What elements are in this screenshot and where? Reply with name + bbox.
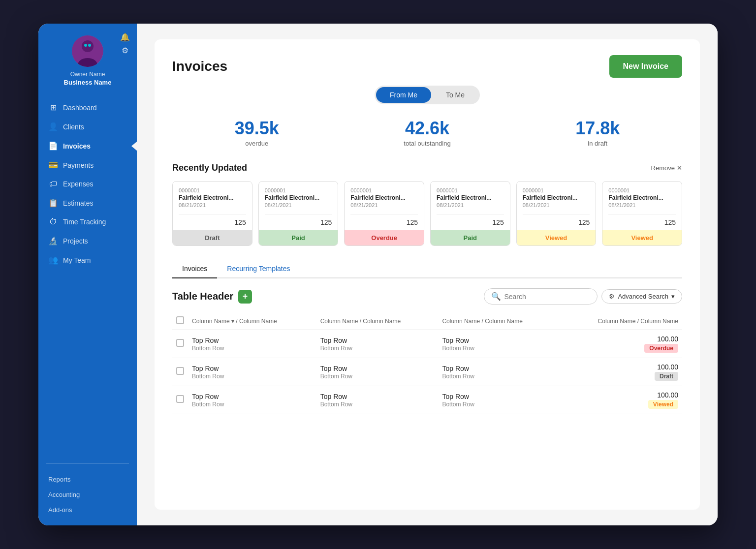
- amount-value: 100.00: [564, 335, 678, 343]
- card-client: Fairfield Electroni...: [608, 194, 676, 201]
- card-client: Fairfield Electroni...: [350, 194, 418, 201]
- invoice-card[interactable]: 0000001 Fairfield Electroni... 08/21/202…: [344, 181, 424, 246]
- expenses-icon: 🏷: [48, 180, 58, 188]
- row-top: Top Row: [442, 365, 556, 372]
- tab-recurring[interactable]: Recurring Templates: [217, 260, 300, 278]
- card-date: 08/21/2021: [608, 202, 676, 208]
- row-top: Top Row: [442, 393, 556, 400]
- my-team-icon: 👥: [48, 255, 58, 265]
- card-date: 08/21/2021: [350, 202, 418, 208]
- stats-row: 39.5k overdue 42.6k total outstanding 17…: [172, 118, 682, 147]
- svg-point-4: [88, 44, 91, 47]
- card-amount: 125: [350, 218, 418, 226]
- remove-button[interactable]: Remove ✕: [651, 164, 682, 172]
- row-bottom: Bottom Row: [192, 401, 313, 408]
- card-number: 0000001: [265, 187, 332, 193]
- sidebar-item-expenses[interactable]: 🏷 Expenses: [38, 175, 137, 193]
- recently-updated-title: Recently Updated: [172, 163, 247, 173]
- th-col4: Column Name / Column Name: [560, 312, 682, 330]
- sidebar-bottom: Reports Accounting Add-ons: [38, 468, 137, 525]
- row-top: Top Row: [320, 393, 435, 400]
- notification-icon[interactable]: 🔔: [120, 32, 130, 42]
- sidebar-item-dashboard[interactable]: ⊞ Dashboard: [38, 98, 137, 117]
- card-status: Paid: [259, 230, 338, 245]
- table-cell-amount: 100.00 Viewed: [560, 386, 682, 414]
- row-bottom: Bottom Row: [442, 373, 556, 380]
- settings-icon[interactable]: ⚙: [120, 46, 130, 55]
- sidebar-item-my-team[interactable]: 👥 My Team: [38, 250, 137, 270]
- table-cell-col3: Top Row Bottom Row: [438, 386, 560, 414]
- card-number: 0000001: [523, 187, 590, 193]
- stat-outstanding: 42.6k total outstanding: [404, 118, 450, 147]
- search-box: 🔍: [484, 288, 598, 305]
- card-amount: 125: [523, 218, 590, 226]
- row-top: Top Row: [320, 336, 435, 344]
- table-cell-amount: 100.00 Draft: [560, 358, 682, 386]
- toggle-to-me[interactable]: To Me: [432, 87, 478, 103]
- sidebar-item-accounting[interactable]: Accounting: [38, 487, 137, 502]
- sidebar-item-projects[interactable]: 🔬 Projects: [38, 231, 137, 250]
- select-all-checkbox[interactable]: [176, 316, 184, 324]
- th-checkbox: [172, 312, 188, 330]
- projects-icon: 🔬: [48, 236, 58, 245]
- card-client: Fairfield Electroni...: [179, 194, 246, 201]
- stat-outstanding-label: total outstanding: [404, 140, 450, 147]
- invoice-card[interactable]: 0000001 Fairfield Electroni... 08/21/202…: [516, 181, 597, 246]
- sidebar-nav: ⊞ Dashboard 👤 Clients 📄 Invoices 💳 Payme…: [38, 94, 137, 459]
- clients-icon: 👤: [48, 122, 58, 131]
- row-checkbox[interactable]: [176, 339, 184, 347]
- add-button[interactable]: +: [238, 290, 252, 304]
- advanced-search-button[interactable]: ⚙ Advanced Search ▾: [601, 289, 682, 304]
- invoice-card[interactable]: 0000001 Fairfield Electroni... 08/21/202…: [172, 181, 252, 246]
- sidebar-item-invoices[interactable]: 📄 Invoices: [38, 136, 137, 155]
- filter-icon: ⚙: [609, 293, 615, 300]
- card-amount: 125: [265, 218, 332, 226]
- page-title: Invoices: [172, 59, 227, 74]
- row-bottom: Bottom Row: [442, 401, 556, 408]
- amount-value: 100.00: [564, 391, 678, 399]
- row-bottom: Bottom Row: [192, 345, 313, 352]
- cards-row: 0000001 Fairfield Electroni... 08/21/202…: [172, 181, 682, 246]
- sidebar-item-time-tracking[interactable]: ⏱ Time Tracking: [38, 213, 137, 231]
- row-bottom: Bottom Row: [320, 373, 435, 380]
- row-checkbox[interactable]: [176, 367, 184, 375]
- data-table: Column Name ▾ / Column Name Column Name …: [172, 312, 682, 414]
- card-status: Overdue: [345, 230, 424, 245]
- amount-value: 100.00: [564, 363, 678, 371]
- row-checkbox[interactable]: [176, 395, 184, 403]
- sidebar-item-add-ons[interactable]: Add-ons: [38, 502, 137, 518]
- chevron-down-icon: ▾: [671, 293, 675, 300]
- sidebar: 🔔 ⚙ Owner Name Business Name ⊞ Dashboard: [38, 24, 137, 525]
- invoice-card[interactable]: 0000001 Fairfield Electroni... 08/21/202…: [258, 181, 339, 246]
- sidebar-item-clients[interactable]: 👤 Clients: [38, 117, 137, 136]
- card-status: Viewed: [602, 230, 682, 245]
- tabs-row: Invoices Recurring Templates: [172, 260, 682, 278]
- row-bottom: Bottom Row: [442, 345, 556, 352]
- sidebar-item-estimates[interactable]: 📋 Estimates: [38, 193, 137, 213]
- card-date: 08/21/2021: [523, 202, 590, 208]
- new-invoice-button[interactable]: New Invoice: [609, 55, 682, 78]
- stat-draft-label: in draft: [575, 140, 620, 147]
- invoice-card[interactable]: 0000001 Fairfield Electroni... 08/21/202…: [430, 181, 510, 246]
- sidebar-item-reports[interactable]: Reports: [38, 472, 137, 487]
- toggle-from-me[interactable]: From Me: [376, 87, 431, 103]
- th-col1: Column Name ▾ / Column Name: [188, 312, 316, 330]
- tab-invoices[interactable]: Invoices: [172, 260, 217, 278]
- table-cell-col2: Top Row Bottom Row: [316, 358, 439, 386]
- estimates-icon: 📋: [48, 198, 58, 208]
- card-client: Fairfield Electroni...: [265, 194, 332, 201]
- payments-icon: 💳: [48, 160, 58, 170]
- sidebar-item-payments[interactable]: 💳 Payments: [38, 155, 137, 175]
- card-date: 08/21/2021: [265, 202, 332, 208]
- stat-overdue-value: 39.5k: [235, 118, 279, 139]
- card-status: Paid: [431, 230, 510, 245]
- status-badge: Viewed: [648, 400, 678, 409]
- row-top: Top Row: [192, 393, 313, 400]
- row-top: Top Row: [192, 365, 313, 372]
- business-name: Business Name: [64, 79, 112, 86]
- invoice-card[interactable]: 0000001 Fairfield Electroni... 08/21/202…: [602, 181, 682, 246]
- row-top: Top Row: [442, 336, 556, 344]
- stat-draft-value: 17.8k: [575, 118, 620, 139]
- card-number: 0000001: [179, 187, 246, 193]
- search-input[interactable]: [504, 293, 590, 301]
